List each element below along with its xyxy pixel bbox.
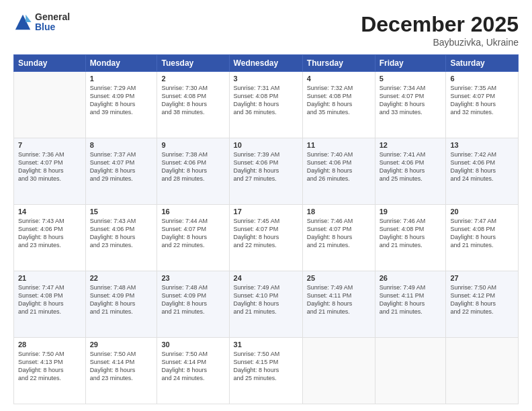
table-row — [14, 72, 86, 138]
day-info: Sunrise: 7:45 AM Sunset: 4:07 PM Dayligh… — [234, 217, 298, 250]
day-info: Sunrise: 7:43 AM Sunset: 4:06 PM Dayligh… — [90, 217, 153, 250]
table-row: 23Sunrise: 7:48 AM Sunset: 4:09 PM Dayli… — [157, 271, 229, 338]
calendar-week-row: 21Sunrise: 7:47 AM Sunset: 4:08 PM Dayli… — [14, 271, 519, 338]
day-number: 16 — [161, 208, 224, 216]
table-row — [375, 338, 446, 404]
table-row: 11Sunrise: 7:40 AM Sunset: 4:06 PM Dayli… — [302, 138, 375, 205]
table-row: 3Sunrise: 7:31 AM Sunset: 4:08 PM Daylig… — [229, 72, 302, 138]
day-number: 30 — [161, 340, 224, 349]
table-row: 15Sunrise: 7:43 AM Sunset: 4:06 PM Dayli… — [85, 205, 157, 271]
day-number: 8 — [90, 141, 153, 149]
header-sunday: Sunday — [14, 55, 86, 72]
day-number: 3 — [234, 75, 298, 83]
day-number: 17 — [234, 208, 298, 216]
day-info: Sunrise: 7:44 AM Sunset: 4:07 PM Dayligh… — [161, 217, 224, 250]
day-info: Sunrise: 7:47 AM Sunset: 4:08 PM Dayligh… — [450, 217, 514, 250]
day-number: 10 — [234, 141, 298, 149]
weekday-header-row: Sunday Monday Tuesday Wednesday Thursday… — [14, 55, 519, 72]
day-number: 22 — [90, 274, 153, 282]
calendar-week-row: 14Sunrise: 7:43 AM Sunset: 4:06 PM Dayli… — [14, 205, 519, 271]
day-number: 6 — [450, 75, 514, 83]
logo-text: General Blue — [35, 12, 70, 33]
day-info: Sunrise: 7:34 AM Sunset: 4:07 PM Dayligh… — [380, 84, 442, 117]
table-row: 26Sunrise: 7:49 AM Sunset: 4:11 PM Dayli… — [375, 271, 446, 338]
day-info: Sunrise: 7:35 AM Sunset: 4:07 PM Dayligh… — [450, 84, 514, 117]
table-row: 20Sunrise: 7:47 AM Sunset: 4:08 PM Dayli… — [446, 205, 519, 271]
day-info: Sunrise: 7:30 AM Sunset: 4:08 PM Dayligh… — [161, 84, 224, 117]
day-number: 28 — [18, 340, 81, 349]
day-number: 7 — [18, 141, 81, 149]
day-info: Sunrise: 7:31 AM Sunset: 4:08 PM Dayligh… — [234, 84, 298, 117]
table-row: 28Sunrise: 7:50 AM Sunset: 4:13 PM Dayli… — [14, 338, 86, 404]
table-row: 8Sunrise: 7:37 AM Sunset: 4:07 PM Daylig… — [85, 138, 157, 205]
day-info: Sunrise: 7:38 AM Sunset: 4:06 PM Dayligh… — [161, 150, 224, 183]
table-row: 12Sunrise: 7:41 AM Sunset: 4:06 PM Dayli… — [375, 138, 446, 205]
day-info: Sunrise: 7:49 AM Sunset: 4:10 PM Dayligh… — [234, 283, 298, 316]
header-friday: Friday — [375, 55, 446, 72]
table-row: 9Sunrise: 7:38 AM Sunset: 4:06 PM Daylig… — [157, 138, 229, 205]
day-number: 31 — [234, 340, 298, 349]
table-row: 27Sunrise: 7:50 AM Sunset: 4:12 PM Dayli… — [446, 271, 519, 338]
logo: General Blue — [13, 12, 70, 33]
day-info: Sunrise: 7:40 AM Sunset: 4:06 PM Dayligh… — [307, 150, 371, 183]
table-row: 13Sunrise: 7:42 AM Sunset: 4:06 PM Dayli… — [446, 138, 519, 205]
table-row — [446, 338, 519, 404]
day-number: 15 — [90, 208, 153, 216]
title-section: December 2025 Baybuzivka, Ukraine — [361, 12, 519, 48]
table-row: 4Sunrise: 7:32 AM Sunset: 4:08 PM Daylig… — [302, 72, 375, 138]
table-row: 17Sunrise: 7:45 AM Sunset: 4:07 PM Dayli… — [229, 205, 302, 271]
header: General Blue December 2025 Baybuzivka, U… — [13, 12, 519, 48]
day-number: 29 — [90, 340, 153, 349]
day-number: 24 — [234, 274, 298, 282]
calendar-week-row: 7Sunrise: 7:36 AM Sunset: 4:07 PM Daylig… — [14, 138, 519, 205]
day-number: 19 — [380, 208, 442, 216]
day-info: Sunrise: 7:42 AM Sunset: 4:06 PM Dayligh… — [450, 150, 514, 183]
day-number: 2 — [161, 75, 224, 83]
day-number: 11 — [307, 141, 371, 149]
day-info: Sunrise: 7:29 AM Sunset: 4:09 PM Dayligh… — [90, 84, 153, 117]
header-wednesday: Wednesday — [229, 55, 302, 72]
table-row: 29Sunrise: 7:50 AM Sunset: 4:14 PM Dayli… — [85, 338, 157, 404]
table-row: 21Sunrise: 7:47 AM Sunset: 4:08 PM Dayli… — [14, 271, 86, 338]
header-monday: Monday — [85, 55, 157, 72]
day-info: Sunrise: 7:48 AM Sunset: 4:09 PM Dayligh… — [90, 283, 153, 316]
table-row: 16Sunrise: 7:44 AM Sunset: 4:07 PM Dayli… — [157, 205, 229, 271]
day-number: 9 — [161, 141, 224, 149]
day-info: Sunrise: 7:50 AM Sunset: 4:14 PM Dayligh… — [90, 350, 153, 383]
table-row: 19Sunrise: 7:46 AM Sunset: 4:08 PM Dayli… — [375, 205, 446, 271]
table-row: 7Sunrise: 7:36 AM Sunset: 4:07 PM Daylig… — [14, 138, 86, 205]
logo-general-text: General — [35, 12, 70, 22]
day-info: Sunrise: 7:46 AM Sunset: 4:08 PM Dayligh… — [380, 217, 442, 250]
day-number: 5 — [380, 75, 442, 83]
table-row: 2Sunrise: 7:30 AM Sunset: 4:08 PM Daylig… — [157, 72, 229, 138]
day-info: Sunrise: 7:50 AM Sunset: 4:12 PM Dayligh… — [450, 283, 514, 316]
day-number: 25 — [307, 274, 371, 282]
day-info: Sunrise: 7:50 AM Sunset: 4:15 PM Dayligh… — [234, 350, 298, 383]
table-row: 10Sunrise: 7:39 AM Sunset: 4:06 PM Dayli… — [229, 138, 302, 205]
table-row: 5Sunrise: 7:34 AM Sunset: 4:07 PM Daylig… — [375, 72, 446, 138]
table-row: 1Sunrise: 7:29 AM Sunset: 4:09 PM Daylig… — [85, 72, 157, 138]
day-number: 1 — [90, 75, 153, 83]
calendar-page: General Blue December 2025 Baybuzivka, U… — [0, 0, 532, 411]
table-row: 18Sunrise: 7:46 AM Sunset: 4:07 PM Dayli… — [302, 205, 375, 271]
day-info: Sunrise: 7:43 AM Sunset: 4:06 PM Dayligh… — [18, 217, 81, 250]
header-thursday: Thursday — [302, 55, 375, 72]
table-row: 25Sunrise: 7:49 AM Sunset: 4:11 PM Dayli… — [302, 271, 375, 338]
day-info: Sunrise: 7:47 AM Sunset: 4:08 PM Dayligh… — [18, 283, 81, 316]
location: Baybuzivka, Ukraine — [361, 37, 519, 48]
day-info: Sunrise: 7:49 AM Sunset: 4:11 PM Dayligh… — [307, 283, 371, 316]
table-row: 31Sunrise: 7:50 AM Sunset: 4:15 PM Dayli… — [229, 338, 302, 404]
day-info: Sunrise: 7:49 AM Sunset: 4:11 PM Dayligh… — [380, 283, 442, 316]
day-info: Sunrise: 7:36 AM Sunset: 4:07 PM Dayligh… — [18, 150, 81, 183]
calendar-week-row: 28Sunrise: 7:50 AM Sunset: 4:13 PM Dayli… — [14, 338, 519, 404]
table-row: 6Sunrise: 7:35 AM Sunset: 4:07 PM Daylig… — [446, 72, 519, 138]
table-row — [302, 338, 375, 404]
day-info: Sunrise: 7:46 AM Sunset: 4:07 PM Dayligh… — [307, 217, 371, 250]
day-info: Sunrise: 7:50 AM Sunset: 4:14 PM Dayligh… — [161, 350, 224, 383]
month-title: December 2025 — [361, 12, 519, 37]
calendar-week-row: 1Sunrise: 7:29 AM Sunset: 4:09 PM Daylig… — [14, 72, 519, 138]
table-row: 14Sunrise: 7:43 AM Sunset: 4:06 PM Dayli… — [14, 205, 86, 271]
day-info: Sunrise: 7:32 AM Sunset: 4:08 PM Dayligh… — [307, 84, 371, 117]
day-number: 18 — [307, 208, 371, 216]
day-number: 13 — [450, 141, 514, 149]
